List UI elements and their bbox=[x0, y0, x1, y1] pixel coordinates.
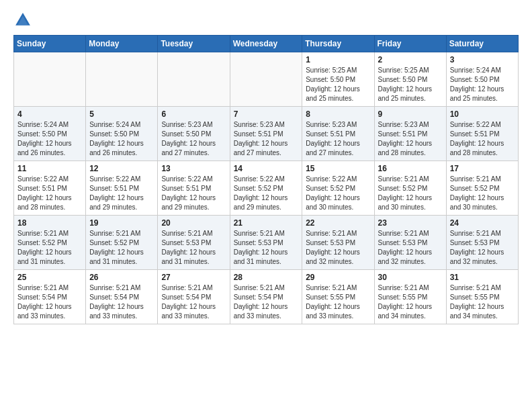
calendar-day-cell: 11Sunrise: 5:22 AM Sunset: 5:51 PM Dayli… bbox=[14, 161, 86, 216]
calendar-table: SundayMondayTuesdayWednesdayThursdayFrid… bbox=[13, 35, 519, 324]
day-number: 21 bbox=[234, 218, 299, 228]
day-info: Sunrise: 5:22 AM Sunset: 5:51 PM Dayligh… bbox=[450, 121, 504, 156]
day-info: Sunrise: 5:21 AM Sunset: 5:55 PM Dayligh… bbox=[378, 284, 433, 320]
calendar-week-row: 1Sunrise: 5:25 AM Sunset: 5:50 PM Daylig… bbox=[14, 52, 519, 107]
day-info: Sunrise: 5:22 AM Sunset: 5:51 PM Dayligh… bbox=[89, 175, 144, 211]
day-info: Sunrise: 5:21 AM Sunset: 5:54 PM Dayligh… bbox=[234, 284, 288, 320]
calendar-header-thursday: Thursday bbox=[302, 36, 374, 52]
day-info: Sunrise: 5:24 AM Sunset: 5:50 PM Dayligh… bbox=[17, 121, 72, 156]
day-number: 8 bbox=[306, 109, 370, 119]
day-info: Sunrise: 5:25 AM Sunset: 5:50 PM Dayligh… bbox=[306, 66, 360, 102]
day-number: 19 bbox=[89, 218, 154, 228]
day-info: Sunrise: 5:21 AM Sunset: 5:54 PM Dayligh… bbox=[17, 284, 72, 320]
day-info: Sunrise: 5:21 AM Sunset: 5:55 PM Dayligh… bbox=[450, 284, 504, 320]
day-number: 15 bbox=[306, 164, 370, 173]
logo bbox=[13, 11, 35, 30]
day-info: Sunrise: 5:21 AM Sunset: 5:53 PM Dayligh… bbox=[306, 230, 360, 265]
calendar-day-cell: 3Sunrise: 5:24 AM Sunset: 5:50 PM Daylig… bbox=[446, 52, 518, 107]
day-number: 26 bbox=[89, 273, 154, 282]
day-info: Sunrise: 5:23 AM Sunset: 5:51 PM Dayligh… bbox=[306, 121, 360, 156]
day-info: Sunrise: 5:25 AM Sunset: 5:50 PM Dayligh… bbox=[378, 66, 433, 102]
calendar-day-cell bbox=[14, 52, 86, 107]
header bbox=[13, 11, 519, 30]
day-info: Sunrise: 5:22 AM Sunset: 5:51 PM Dayligh… bbox=[17, 175, 72, 211]
day-info: Sunrise: 5:21 AM Sunset: 5:53 PM Dayligh… bbox=[378, 230, 433, 265]
calendar-day-cell: 1Sunrise: 5:25 AM Sunset: 5:50 PM Daylig… bbox=[302, 52, 374, 107]
calendar-week-row: 25Sunrise: 5:21 AM Sunset: 5:54 PM Dayli… bbox=[14, 270, 519, 324]
day-number: 23 bbox=[378, 218, 443, 228]
day-info: Sunrise: 5:22 AM Sunset: 5:52 PM Dayligh… bbox=[234, 175, 288, 211]
calendar-day-cell: 24Sunrise: 5:21 AM Sunset: 5:53 PM Dayli… bbox=[446, 216, 518, 270]
day-number: 6 bbox=[161, 109, 226, 119]
day-info: Sunrise: 5:21 AM Sunset: 5:52 PM Dayligh… bbox=[378, 175, 433, 211]
day-number: 18 bbox=[17, 218, 82, 228]
day-info: Sunrise: 5:21 AM Sunset: 5:54 PM Dayligh… bbox=[89, 284, 144, 320]
calendar-day-cell: 9Sunrise: 5:23 AM Sunset: 5:51 PM Daylig… bbox=[374, 107, 446, 161]
calendar-day-cell: 18Sunrise: 5:21 AM Sunset: 5:52 PM Dayli… bbox=[14, 216, 86, 270]
day-info: Sunrise: 5:21 AM Sunset: 5:52 PM Dayligh… bbox=[450, 175, 504, 211]
calendar-day-cell: 23Sunrise: 5:21 AM Sunset: 5:53 PM Dayli… bbox=[374, 216, 446, 270]
calendar-day-cell: 15Sunrise: 5:22 AM Sunset: 5:52 PM Dayli… bbox=[302, 161, 374, 216]
day-number: 24 bbox=[450, 218, 515, 228]
day-info: Sunrise: 5:21 AM Sunset: 5:53 PM Dayligh… bbox=[161, 230, 216, 265]
calendar-day-cell: 14Sunrise: 5:22 AM Sunset: 5:52 PM Dayli… bbox=[230, 161, 302, 216]
day-number: 17 bbox=[450, 164, 515, 173]
day-info: Sunrise: 5:23 AM Sunset: 5:51 PM Dayligh… bbox=[378, 121, 433, 156]
calendar-week-row: 11Sunrise: 5:22 AM Sunset: 5:51 PM Dayli… bbox=[14, 161, 519, 216]
calendar-header-sunday: Sunday bbox=[14, 36, 86, 52]
calendar-day-cell: 20Sunrise: 5:21 AM Sunset: 5:53 PM Dayli… bbox=[158, 216, 230, 270]
calendar-day-cell: 13Sunrise: 5:22 AM Sunset: 5:51 PM Dayli… bbox=[158, 161, 230, 216]
calendar-day-cell: 26Sunrise: 5:21 AM Sunset: 5:54 PM Dayli… bbox=[86, 270, 158, 324]
calendar-header-monday: Monday bbox=[86, 36, 158, 52]
day-number: 27 bbox=[161, 273, 226, 282]
calendar-day-cell: 4Sunrise: 5:24 AM Sunset: 5:50 PM Daylig… bbox=[14, 107, 86, 161]
day-number: 12 bbox=[89, 164, 154, 173]
calendar-day-cell bbox=[86, 52, 158, 107]
day-info: Sunrise: 5:21 AM Sunset: 5:53 PM Dayligh… bbox=[234, 230, 288, 265]
day-number: 4 bbox=[17, 109, 82, 119]
day-number: 31 bbox=[450, 273, 515, 282]
day-number: 2 bbox=[378, 55, 443, 64]
day-info: Sunrise: 5:21 AM Sunset: 5:53 PM Dayligh… bbox=[450, 230, 504, 265]
day-number: 3 bbox=[450, 55, 515, 64]
calendar-day-cell: 25Sunrise: 5:21 AM Sunset: 5:54 PM Dayli… bbox=[14, 270, 86, 324]
day-info: Sunrise: 5:24 AM Sunset: 5:50 PM Dayligh… bbox=[89, 121, 144, 156]
calendar-header-wednesday: Wednesday bbox=[230, 36, 302, 52]
calendar-day-cell: 8Sunrise: 5:23 AM Sunset: 5:51 PM Daylig… bbox=[302, 107, 374, 161]
calendar-day-cell: 16Sunrise: 5:21 AM Sunset: 5:52 PM Dayli… bbox=[374, 161, 446, 216]
day-number: 29 bbox=[306, 273, 370, 282]
calendar-header-friday: Friday bbox=[374, 36, 446, 52]
page: SundayMondayTuesdayWednesdayThursdayFrid… bbox=[0, 0, 532, 411]
day-number: 13 bbox=[161, 164, 226, 173]
logo-icon bbox=[13, 11, 32, 30]
calendar-day-cell: 21Sunrise: 5:21 AM Sunset: 5:53 PM Dayli… bbox=[230, 216, 302, 270]
calendar-day-cell bbox=[230, 52, 302, 107]
calendar-day-cell: 19Sunrise: 5:21 AM Sunset: 5:52 PM Dayli… bbox=[86, 216, 158, 270]
calendar-day-cell: 27Sunrise: 5:21 AM Sunset: 5:54 PM Dayli… bbox=[158, 270, 230, 324]
day-number: 7 bbox=[234, 109, 299, 119]
calendar-week-row: 4Sunrise: 5:24 AM Sunset: 5:50 PM Daylig… bbox=[14, 107, 519, 161]
calendar-day-cell: 6Sunrise: 5:23 AM Sunset: 5:50 PM Daylig… bbox=[158, 107, 230, 161]
day-info: Sunrise: 5:23 AM Sunset: 5:50 PM Dayligh… bbox=[161, 121, 216, 156]
calendar-day-cell: 31Sunrise: 5:21 AM Sunset: 5:55 PM Dayli… bbox=[446, 270, 518, 324]
day-number: 1 bbox=[306, 55, 370, 64]
calendar-header-tuesday: Tuesday bbox=[158, 36, 230, 52]
calendar-header-row: SundayMondayTuesdayWednesdayThursdayFrid… bbox=[14, 36, 519, 52]
day-number: 20 bbox=[161, 218, 226, 228]
day-number: 30 bbox=[378, 273, 443, 282]
calendar-day-cell: 12Sunrise: 5:22 AM Sunset: 5:51 PM Dayli… bbox=[86, 161, 158, 216]
day-number: 22 bbox=[306, 218, 370, 228]
day-info: Sunrise: 5:22 AM Sunset: 5:51 PM Dayligh… bbox=[161, 175, 216, 211]
calendar-day-cell: 7Sunrise: 5:23 AM Sunset: 5:51 PM Daylig… bbox=[230, 107, 302, 161]
day-info: Sunrise: 5:24 AM Sunset: 5:50 PM Dayligh… bbox=[450, 66, 504, 102]
day-number: 14 bbox=[234, 164, 299, 173]
day-info: Sunrise: 5:23 AM Sunset: 5:51 PM Dayligh… bbox=[234, 121, 288, 156]
calendar-day-cell: 30Sunrise: 5:21 AM Sunset: 5:55 PM Dayli… bbox=[374, 270, 446, 324]
day-info: Sunrise: 5:21 AM Sunset: 5:54 PM Dayligh… bbox=[161, 284, 216, 320]
day-number: 9 bbox=[378, 109, 443, 119]
day-number: 16 bbox=[378, 164, 443, 173]
calendar-day-cell bbox=[158, 52, 230, 107]
calendar-week-row: 18Sunrise: 5:21 AM Sunset: 5:52 PM Dayli… bbox=[14, 216, 519, 270]
calendar-day-cell: 2Sunrise: 5:25 AM Sunset: 5:50 PM Daylig… bbox=[374, 52, 446, 107]
calendar-day-cell: 5Sunrise: 5:24 AM Sunset: 5:50 PM Daylig… bbox=[86, 107, 158, 161]
